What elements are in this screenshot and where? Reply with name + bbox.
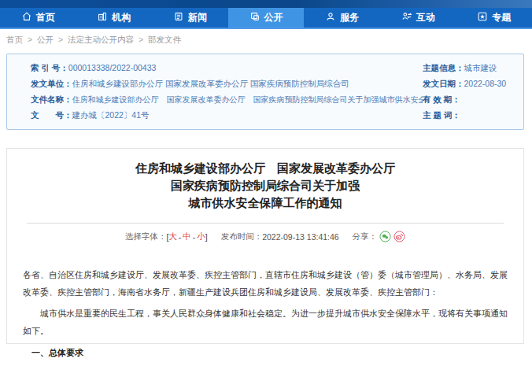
organization-icon <box>97 11 108 24</box>
meta-column-right: 主题信息：城市建设 发文日期：2022-08-30 有 效 期： 主 题 词： <box>423 60 523 129</box>
breadcrumb-link-statutory[interactable]: 法定主动公开内容 <box>68 35 134 44</box>
meta-row-document-number: 文 号：建办城〔2022〕41号 <box>31 107 423 123</box>
meta-column-left: 索 引 号：000013338/2022-00433 发文单位：住房和城乡建设部… <box>7 60 423 129</box>
article-title-line: 住房和城乡建设部办公厅 国家发展改革委办公厅 <box>7 160 523 177</box>
meta-row-validity: 有 效 期： <box>423 91 523 107</box>
article-title: 住房和城乡建设部办公厅 国家发展改革委办公厅 国家疾病预防控制局综合司关于加强 … <box>7 160 523 212</box>
breadcrumb-current: 部发文件 <box>148 35 181 44</box>
section-heading: 一、总体要求 <box>23 344 508 361</box>
font-size-dash: - <box>193 232 196 242</box>
meta-label: 索 引 号： <box>31 63 68 72</box>
meta-row-issuing-agency: 发文单位：住房和城乡建设部办公厅 国家发展改革委办公厅 国家疾病预防控制局综合司 <box>31 76 423 91</box>
meta-label: 发文单位： <box>31 79 72 88</box>
nav-item-label: 首页 <box>36 11 55 24</box>
font-size-label: 选择字体： <box>125 231 167 241</box>
article-body: 各省、自治区住房和城乡建设厅、发展改革委、疾控主管部门，直辖市住房和城乡建设（管… <box>23 266 508 361</box>
nav-item-interaction[interactable]: 互动 <box>380 8 456 28</box>
font-size-medium-link[interactable]: 中 <box>183 231 191 241</box>
meta-value: 城市建设 <box>464 63 497 72</box>
title-divider <box>27 223 504 224</box>
meta-label: 主题信息： <box>423 63 464 72</box>
nav-item-home[interactable]: 首页 <box>0 8 76 28</box>
topics-icon <box>477 11 488 24</box>
breadcrumb-separator: > <box>139 35 143 44</box>
share-label: 分享： <box>353 231 378 241</box>
article-title-line: 城市供水安全保障工作的通知 <box>7 194 523 212</box>
nav-item-label: 公开 <box>264 11 283 24</box>
meta-label: 文 号： <box>31 110 72 120</box>
interaction-icon <box>401 11 412 24</box>
news-icon <box>173 11 184 24</box>
publish-time-label: 发布时间： <box>221 231 263 241</box>
article-title-line: 国家疾病预防控制局综合司关于加强 <box>7 177 523 194</box>
font-size-bracket-close: ] <box>205 232 208 242</box>
meta-label: 主 题 词： <box>423 110 460 120</box>
meta-value: 建办城〔2022〕41号 <box>72 110 150 120</box>
breadcrumb-link-disclosure[interactable]: 公开 <box>37 35 54 44</box>
meta-row-issue-date: 发文日期：2022-08-30 <box>423 76 523 91</box>
meta-row-document-title: 文件名称：住房和城乡建设部办公厅 国家发展改革委办公厅 国家疾病预防控制局综合司… <box>31 91 423 107</box>
meta-value: 住房和城乡建设部办公厅 国家发展改革委办公厅 国家疾病预防控制局综合司 <box>72 79 349 88</box>
meta-label: 有 效 期： <box>423 94 460 104</box>
breadcrumb-link-home[interactable]: 首页 <box>6 35 23 44</box>
wechat-share-icon[interactable] <box>379 231 391 242</box>
nav-item-label: 互动 <box>416 11 435 24</box>
nav-item-label: 机构 <box>112 11 131 24</box>
font-size-large-link[interactable]: 大 <box>168 231 177 241</box>
nav-item-label: 新闻 <box>188 11 207 24</box>
article-container: 住房和城乡建设部办公厅 国家发展改革委办公厅 国家疾病预防控制局综合司关于加强 … <box>6 148 524 344</box>
disclosure-icon <box>249 11 260 24</box>
weibo-share-icon[interactable] <box>393 231 405 242</box>
meta-value: 住房和城乡建设部办公厅 国家发展改革委办公厅 国家疾病预防控制局综合司关于加强城… <box>72 95 423 104</box>
nav-item-disclosure[interactable]: 公开 <box>228 8 305 28</box>
top-nav: 首页 机构 新闻 公开 服务 <box>0 8 532 29</box>
home-icon <box>21 11 32 24</box>
article-paragraph: 城市供水是重要的民生工程，事关人民群众身体健康和社会稳定。为进一步提升城市供水安… <box>23 305 508 339</box>
meta-row-subject-info: 主题信息：城市建设 <box>423 60 523 76</box>
nav-item-service[interactable]: 服务 <box>304 8 380 28</box>
breadcrumb: 首页 > 公开 > 法定主动公开内容 > 部发文件 <box>6 35 183 46</box>
nav-item-news[interactable]: 新闻 <box>152 8 228 28</box>
meta-value: 000013338/2022-00433 <box>68 63 157 72</box>
font-size-small-link[interactable]: 小 <box>197 231 205 241</box>
breadcrumb-separator: > <box>58 35 63 44</box>
font-size-dash: - <box>179 232 182 242</box>
meta-value: 2022-08-30 <box>464 79 507 88</box>
meta-label: 文件名称： <box>31 94 72 104</box>
nav-item-label: 专题 <box>492 11 511 24</box>
meta-row-index-number: 索 引 号：000013338/2022-00433 <box>31 60 423 76</box>
page: 首页 机构 新闻 公开 服务 <box>0 0 532 392</box>
article-meta-line: 选择字体：[大-中-小] 发布时间：2022-09-13 13:41:46 分享… <box>7 231 523 242</box>
publish-time-value: 2022-09-13 13:41:46 <box>262 232 339 242</box>
banner-strip <box>0 0 532 8</box>
service-icon <box>325 11 336 24</box>
nav-item-label: 服务 <box>340 11 359 24</box>
document-meta-box: 索 引 号：000013338/2022-00433 发文单位：住房和城乡建设部… <box>6 54 524 130</box>
breadcrumb-separator: > <box>28 35 32 44</box>
meta-row-keywords: 主 题 词： <box>423 107 523 123</box>
meta-label: 发文日期： <box>423 79 464 88</box>
nav-item-topics[interactable]: 专题 <box>456 8 532 28</box>
article-paragraph: 各省、自治区住房和城乡建设厅、发展改革委、疾控主管部门，直辖市住房和城乡建设（管… <box>23 266 508 301</box>
nav-item-organization[interactable]: 机构 <box>76 8 153 28</box>
